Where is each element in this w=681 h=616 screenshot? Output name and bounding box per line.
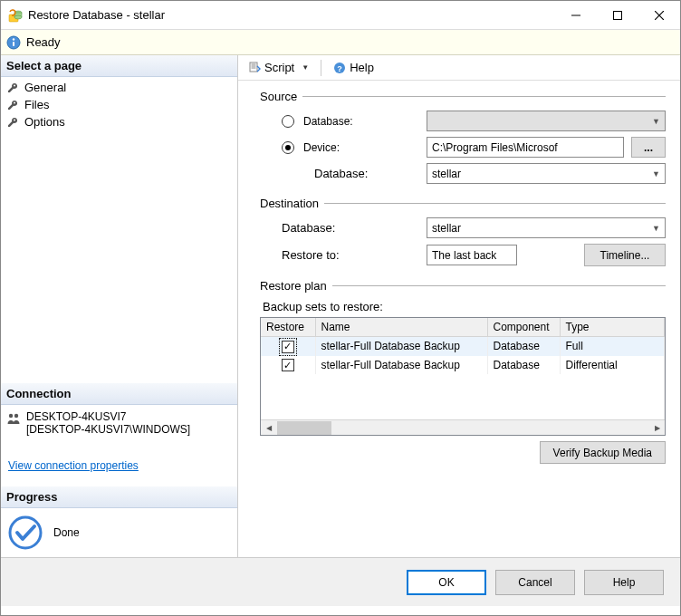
source-device-textbox[interactable]: C:\Program Files\Microsof [427,137,624,158]
source-db2-label: Database: [282,167,427,180]
script-icon [248,62,261,74]
restore-checkbox[interactable]: ✓ [282,341,294,353]
restore-plan-title: Restore plan [260,279,327,293]
dest-restoreto-textbox[interactable]: The last back [427,245,517,265]
connection-detail: [DESKTOP-4KUSVI7\WINDOWS] [26,423,190,436]
chevron-down-icon: ▼ [652,117,660,126]
cell-component: Database [487,356,560,375]
cell-type: Full [560,337,665,356]
source-device-radio[interactable]: Device: [282,141,427,154]
right-panel: Script ▼ ? Help Source Database: [238,55,680,557]
restore-plan-group: Restore plan Backup sets to restore: Res… [260,279,666,464]
dest-db-combo[interactable]: stellar ▼ [427,217,666,238]
chevron-down-icon: ▼ [302,63,309,72]
timeline-button[interactable]: Timeline... [584,244,666,266]
grid-header-row: Restore Name Component Type [261,318,665,337]
col-name[interactable]: Name [315,318,487,337]
toolbar: Script ▼ ? Help [238,55,680,81]
help-toolbar-button[interactable]: ? Help [329,59,379,76]
cancel-button[interactable]: Cancel [495,570,575,595]
source-device-label: Device: [303,141,340,154]
dest-db-label: Database: [282,221,427,235]
status-bar: Ready [1,30,680,55]
page-label: Files [24,98,49,111]
svg-rect-10 [13,42,14,46]
connection-header: Connection [1,383,237,405]
dest-db-value: stellar [432,222,461,235]
dest-restoreto-value: The last back [432,249,496,262]
svg-point-13 [10,517,41,548]
ok-button[interactable]: OK [407,570,486,595]
close-button[interactable] [638,1,680,29]
script-label: Script [264,61,294,74]
chevron-down-icon: ▼ [652,169,660,178]
scroll-thumb[interactable] [277,421,331,435]
svg-text:?: ? [337,63,342,72]
restore-checkbox[interactable]: ✓ [282,359,294,371]
progress-header: Progress [1,486,237,508]
help-button[interactable]: Help [584,570,664,595]
toolbar-separator [321,60,321,76]
svg-point-3 [14,15,22,19]
page-list: General Files Options [1,77,237,149]
connection-body: DESKTOP-4KUSVI7 [DESKTOP-4KUSVI7\WINDOWS… [1,405,237,486]
source-group: Source Database: ▼ Device: [260,90,666,184]
col-component[interactable]: Component [487,318,560,337]
maximize-button[interactable] [597,1,638,29]
table-row[interactable]: ✓ stellar-Full Database Backup Database … [261,337,665,356]
backup-sets-grid[interactable]: Restore Name Component Type ✓ stellar-Fu… [260,317,666,436]
page-label: Options [24,115,65,129]
scroll-right-icon[interactable]: ▶ [649,420,665,436]
help-label: Help [350,61,374,74]
status-text: Ready [26,35,61,49]
source-db2-combo[interactable]: stellar ▼ [427,163,666,184]
destination-group: Destination Database: stellar ▼ Restore … [260,197,666,266]
titlebar: Restore Database - stellar [1,1,680,30]
connection-server: DESKTOP-4KUSVI7 [26,410,190,423]
server-icon [6,412,21,427]
page-options[interactable]: Options [1,113,237,130]
source-device-value: C:\Program Files\Microsof [432,141,558,154]
svg-point-11 [9,414,13,418]
window-buttons [555,1,680,29]
dialog-button-bar: OK Cancel Help [1,557,680,606]
cell-component: Database [487,337,560,356]
progress-text: Done [53,526,80,539]
scroll-left-icon[interactable]: ◀ [261,420,276,436]
verify-backup-button[interactable]: Verify Backup Media [540,441,666,464]
grid-horizontal-scrollbar[interactable]: ◀ ▶ [261,419,665,435]
window-title: Restore Database - stellar [28,8,555,22]
page-files[interactable]: Files [1,96,237,113]
col-type[interactable]: Type [560,318,665,337]
left-panel: Select a page General Files Options Conn… [1,55,238,557]
page-general[interactable]: General [1,79,237,96]
script-button[interactable]: Script ▼ [244,59,313,76]
cell-type: Differential [560,356,665,375]
chevron-down-icon: ▼ [652,224,660,233]
content-area: Source Database: ▼ Device: [238,81,680,557]
source-db2-value: stellar [432,168,461,180]
wrench-icon [6,99,19,111]
connection-properties-link[interactable]: View connection properties [6,459,232,472]
help-icon: ? [333,62,346,74]
info-icon [6,35,21,50]
destination-title: Destination [260,197,319,210]
progress-body: Done [1,508,237,557]
minimize-button[interactable] [555,1,597,29]
svg-point-12 [14,414,18,418]
table-row[interactable]: ✓ stellar-Full Database Backup Database … [261,356,665,375]
source-title: Source [260,90,297,103]
col-restore[interactable]: Restore [261,318,315,337]
source-database-combo[interactable]: ▼ [427,111,666,131]
pages-header: Select a page [1,55,237,77]
browse-device-button[interactable]: ... [631,137,666,158]
svg-point-9 [13,38,14,40]
wrench-icon [6,82,19,94]
cell-name: stellar-Full Database Backup [315,356,487,375]
app-icon [8,8,23,23]
source-database-radio[interactable]: Database: [282,115,427,128]
source-database-label: Database: [303,115,353,128]
restore-plan-subtitle: Backup sets to restore: [263,300,666,313]
dest-restoreto-label: Restore to: [282,248,427,262]
wrench-icon [6,116,19,129]
